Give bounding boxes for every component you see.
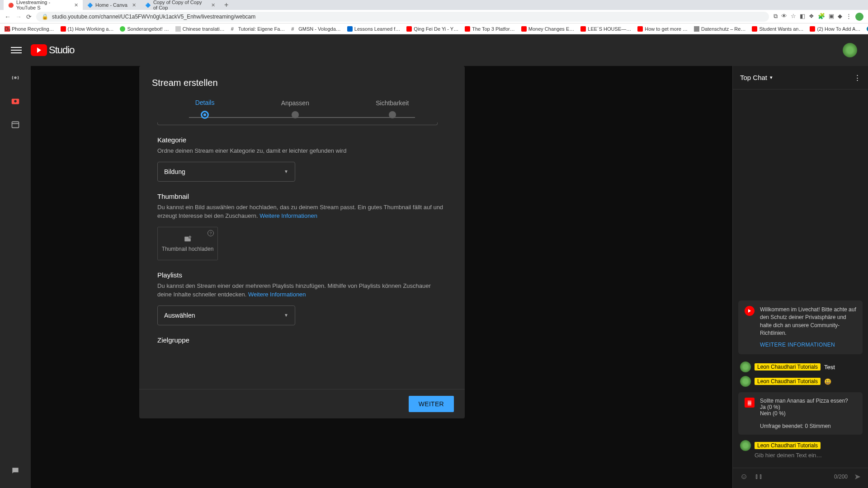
- section-desc: Du kannst den Stream einer oder mehreren…: [157, 282, 447, 299]
- browser-tab-1[interactable]: 🔴 Livestreaming - YouTube S ✕: [4, 0, 83, 12]
- modal-title: Stream erstellen: [139, 66, 465, 92]
- bookmark-item[interactable]: (1) How Working a…: [61, 26, 114, 32]
- chat-mode-dropdown[interactable]: Top Chat ▾: [740, 74, 773, 81]
- bookmark-item[interactable]: #GMSN - Vologda…: [291, 26, 341, 32]
- bookmark-item[interactable]: LEE´S HOUSE—…: [580, 26, 631, 32]
- svg-point-0: [14, 76, 17, 79]
- address-bar: ← → ⟳ 🔒 studio.youtube.com/channel/UC1a5…: [0, 10, 868, 23]
- bookmark-item[interactable]: Chinese translati…: [175, 26, 225, 32]
- section-playlists: Playlists Du kannst den Stream einer ode…: [157, 271, 447, 325]
- eye-icon[interactable]: 👁: [781, 13, 787, 21]
- back-button[interactable]: ←: [5, 13, 11, 20]
- step-label: Anpassen: [281, 99, 309, 107]
- studio-logo[interactable]: Studio: [31, 44, 74, 56]
- playlist-select[interactable]: Auswählen ▼: [157, 305, 295, 325]
- section-title: Kategorie: [157, 136, 447, 144]
- youtube-icon: [745, 306, 755, 316]
- send-icon[interactable]: ➤: [854, 472, 861, 482]
- next-button[interactable]: WEITER: [409, 396, 454, 412]
- menu-button[interactable]: [11, 45, 22, 56]
- menu-icon[interactable]: ⋮: [846, 13, 852, 21]
- upload-label: Thumbnail hochladen: [162, 246, 214, 252]
- ext4-icon[interactable]: ◆: [838, 13, 842, 21]
- new-tab-button[interactable]: +: [224, 1, 228, 9]
- step-dot-icon: [389, 111, 396, 118]
- browser-tab-3[interactable]: 🔷 Copy of Copy of Copy of Cop ✕: [141, 0, 220, 12]
- chat-message: Leon Chaudhari Tutorials Test: [733, 360, 868, 374]
- studio-header: Studio: [0, 34, 868, 66]
- bookmark-item[interactable]: How to get more …: [637, 26, 688, 32]
- step-label: Details: [195, 99, 215, 106]
- modal-footer: WEITER: [139, 389, 465, 418]
- stepper: Details Anpassen Sichtbarkeit: [139, 92, 465, 122]
- bookmark-item[interactable]: The Top 3 Platfor…: [465, 26, 515, 32]
- bookmark-item[interactable]: O₂Phone Recycling…: [5, 26, 54, 32]
- chat-text: 😃: [824, 378, 831, 385]
- main-area: Stream erstellen Details Anpassen Sichtb…: [31, 66, 868, 488]
- poll-button[interactable]: ⫾⫾: [755, 472, 763, 481]
- category-select[interactable]: Bildung ▼: [157, 162, 295, 182]
- tab-favicon: 🔷: [145, 2, 151, 8]
- sidebar-stream-icon[interactable]: [7, 70, 24, 86]
- thumbnail-upload-button[interactable]: ? Thumbnail hochladen: [157, 227, 218, 260]
- create-stream-modal: Stream erstellen Details Anpassen Sichtb…: [139, 66, 465, 418]
- sidebar-feedback-icon[interactable]: [7, 463, 24, 479]
- chat-title: Top Chat: [740, 74, 767, 81]
- ext1-icon[interactable]: ◧: [800, 13, 805, 21]
- chat-author-badge[interactable]: Leon Chaudhari Tutorials: [755, 363, 821, 371]
- chat-input[interactable]: Gib hier deinen Text ein…: [733, 452, 868, 460]
- title-input-bottom[interactable]: [157, 122, 438, 125]
- bookmark-item[interactable]: Money Changes E…: [521, 26, 575, 32]
- chat-header: Top Chat ▾ ⋮: [733, 66, 868, 89]
- profile-icon[interactable]: [855, 13, 863, 21]
- tab-close-icon[interactable]: ✕: [132, 2, 136, 8]
- tab-favicon: 🔷: [87, 2, 93, 8]
- forward-button[interactable]: →: [15, 13, 22, 20]
- browser-tab-2[interactable]: 🔷 Home - Canva ✕: [83, 1, 141, 9]
- chat-author-badge[interactable]: Leon Chaudhari Tutorials: [755, 378, 821, 385]
- bookmark-item[interactable]: #Tutorial: Eigene Fa…: [231, 26, 285, 32]
- step-dot-icon: [292, 111, 299, 118]
- chat-author-badge: Leon Chaudhari Tutorials: [755, 442, 821, 449]
- tab-close-icon[interactable]: ✕: [211, 2, 215, 8]
- welcome-text: Willkommen im Livechat! Bitte achte auf …: [760, 306, 856, 336]
- modal-scroll-area[interactable]: Kategorie Ordne deinen Stream einer Kate…: [139, 122, 465, 389]
- chat-poll-card: ䷀ Sollte man Ananas auf Pizza essen? Ja …: [738, 392, 863, 435]
- bookmark-item[interactable]: (2) How To Add A…: [810, 26, 860, 32]
- step-customize[interactable]: Anpassen: [281, 99, 309, 118]
- bookmark-item[interactable]: Datenschutz – Re…: [694, 26, 745, 32]
- chat-welcome-link[interactable]: WEITERE INFORMATIONEN: [760, 341, 856, 349]
- youtube-icon: [31, 44, 47, 56]
- puzzle-icon[interactable]: 🧩: [818, 13, 825, 21]
- share-icon[interactable]: ⧉: [774, 13, 778, 21]
- bookmark-item[interactable]: Qing Fei De Yi - Y…: [406, 26, 458, 32]
- sidebar-webcam-icon[interactable]: [7, 93, 24, 109]
- ext2-icon[interactable]: ❖: [809, 13, 814, 21]
- step-visibility[interactable]: Sichtbarkeit: [376, 99, 409, 118]
- section-kategorie: Kategorie Ordne deinen Stream einer Kate…: [157, 136, 447, 182]
- chat-messages[interactable]: Willkommen im Livechat! Bitte achte auf …: [733, 89, 868, 465]
- bookmark-item[interactable]: Student Wants an…: [752, 26, 803, 32]
- reload-button[interactable]: ⟳: [26, 13, 32, 20]
- star-icon[interactable]: ☆: [791, 13, 796, 21]
- tab-title: Home - Canva: [95, 2, 127, 8]
- chat-menu-icon[interactable]: ⋮: [854, 74, 861, 82]
- url-field[interactable]: 🔒 studio.youtube.com/channel/UC1a5FWVn0g…: [36, 12, 769, 22]
- thumbnail-info-link[interactable]: Weitere Informationen: [259, 212, 317, 219]
- user-avatar[interactable]: [843, 43, 857, 57]
- chat-input-identity: Leon Chaudhari Tutorials: [733, 438, 868, 452]
- ext3-icon[interactable]: ▣: [829, 13, 834, 21]
- section-thumbnail: Thumbnail Du kannst ein Bild auswählen o…: [157, 192, 447, 260]
- playlist-info-link[interactable]: Weitere Informationen: [248, 291, 306, 298]
- chevron-down-icon: ▾: [770, 75, 773, 80]
- bookmark-item[interactable]: Sonderangebot! …: [120, 26, 169, 32]
- sidebar-manage-icon[interactable]: [7, 117, 24, 133]
- help-icon[interactable]: ?: [208, 230, 214, 236]
- bookmark-item[interactable]: Lessons Learned f…: [347, 26, 401, 32]
- step-dot-icon: [201, 111, 209, 119]
- step-details[interactable]: Details: [195, 99, 215, 119]
- url-text: studio.youtube.com/channel/UC1a5FWVn0gUk…: [52, 14, 255, 20]
- tab-close-icon[interactable]: ✕: [74, 2, 78, 8]
- emoji-button[interactable]: ☺: [740, 472, 748, 481]
- chat-message: Leon Chaudhari Tutorials 😃: [733, 374, 868, 389]
